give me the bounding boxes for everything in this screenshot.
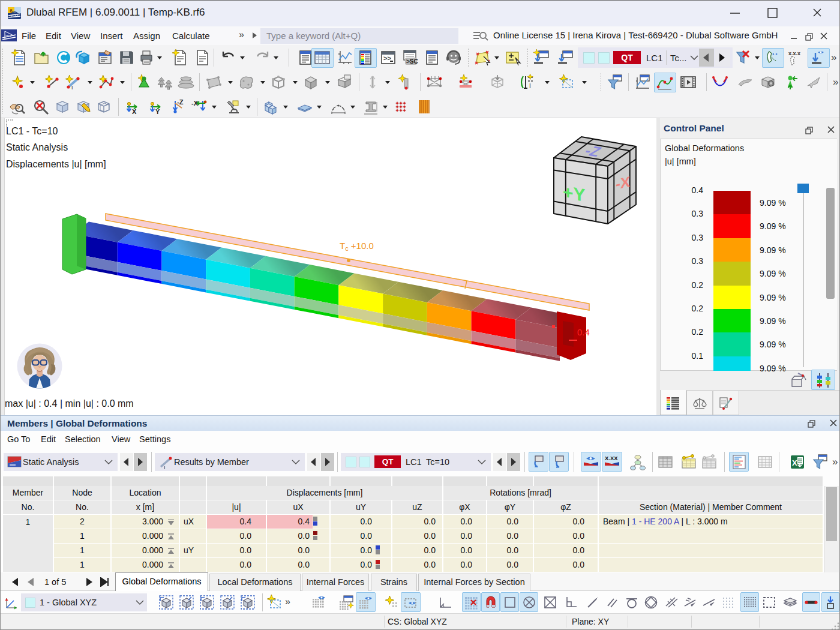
svg-text:X: X	[792, 458, 797, 467]
svg-text:>>: >>	[383, 55, 391, 62]
svg-text:-Z: -Z	[177, 98, 184, 106]
svg-text:I: I	[164, 465, 166, 469]
svg-text:Tc +10.0: Tc +10.0	[340, 241, 374, 252]
svg-text:-X: -X	[616, 173, 630, 193]
svg-text:x.x.x: x.x.x	[788, 50, 800, 56]
svg-text:X: X	[132, 108, 137, 115]
svg-text:0.4: 0.4	[577, 327, 590, 337]
svg-text:+Y: +Y	[563, 182, 586, 205]
svg-text:Y: Y	[155, 108, 160, 115]
svg-text:X.XX: X.XX	[605, 455, 618, 461]
svg-text:I: I	[529, 83, 531, 89]
svg-text:>SC: >SC	[406, 58, 418, 65]
svg-text:I: I	[71, 85, 73, 91]
